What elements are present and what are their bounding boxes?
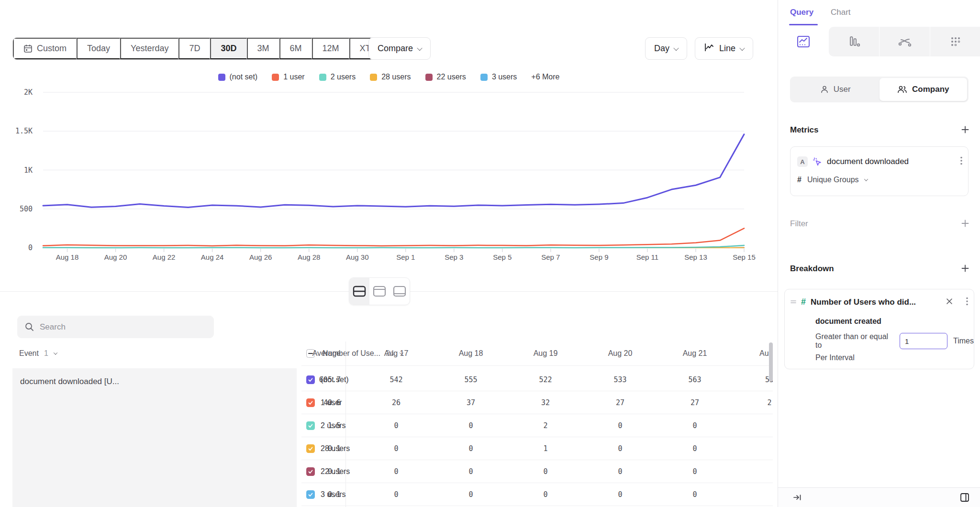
plus-icon — [961, 265, 969, 272]
date-range-custom[interactable]: Custom — [13, 38, 77, 59]
date-range-yesterday[interactable]: Yesterday — [120, 38, 178, 59]
date-column-header: Aug 19 — [508, 342, 583, 365]
table-rows: (not set)605.7542555522533563531 user40.… — [301, 368, 773, 506]
data-cell: 0 — [359, 437, 434, 460]
average-value: 0.1 — [301, 437, 341, 460]
scrollbar-thumb[interactable] — [769, 342, 773, 382]
x-axis-tick-label: Aug 20 — [104, 253, 127, 261]
layout-split-button[interactable] — [349, 278, 369, 305]
bottom-panel-icon — [393, 286, 406, 297]
compare-button[interactable]: Compare — [368, 37, 431, 60]
x-axis-tick-label: Aug 28 — [298, 253, 321, 261]
hash-icon: # — [797, 176, 802, 184]
x-axis-tick-label: Sep 13 — [684, 253, 707, 261]
toggle-user-label: User — [834, 85, 851, 94]
toggle-company[interactable]: Company — [880, 78, 968, 101]
average-value: 0.1 — [301, 483, 341, 506]
search-icon — [25, 322, 34, 331]
hash-icon: # — [801, 297, 806, 307]
add-metric-button[interactable] — [959, 123, 971, 136]
date-column-header: Aug 18 — [434, 342, 508, 365]
metric-card[interactable]: A document downloaded # Unique Groups — [790, 146, 969, 196]
average-column-header: Average — [312, 349, 341, 358]
date-range-12m[interactable]: 12M — [312, 38, 349, 59]
event-column-header[interactable]: Event 1 — [19, 342, 57, 365]
data-cell: 555 — [434, 368, 508, 391]
chart-type-dropdown[interactable]: Line — [695, 37, 753, 60]
data-cell: 2 — [732, 391, 773, 414]
drag-handle-icon[interactable] — [791, 300, 796, 305]
chart-type-flow-button[interactable] — [880, 27, 930, 56]
series-line — [43, 228, 744, 246]
date-range-3m[interactable]: 3M — [247, 38, 279, 59]
layout-bottom-button[interactable] — [390, 278, 410, 305]
event-list-panel[interactable]: document downloaded [U... — [12, 368, 297, 507]
toggle-user[interactable]: User — [791, 78, 880, 101]
filter-section-title: Filter — [790, 219, 808, 229]
date-range-6m[interactable]: 6M — [279, 38, 312, 59]
chart-type-line-button[interactable] — [778, 27, 828, 56]
chart-type-bar-button[interactable] — [829, 27, 879, 56]
date-range-30d[interactable]: 30D — [210, 38, 246, 59]
data-cell: 0 — [657, 460, 732, 483]
add-filter-button[interactable] — [959, 217, 971, 230]
tab-query[interactable]: Query — [790, 8, 813, 17]
interval-label: Day — [654, 44, 669, 54]
breakdown-options-icon[interactable] — [966, 297, 968, 308]
collapse-panel-icon[interactable] — [792, 493, 802, 504]
chart-toolbar: CustomTodayYesterday7D30D3M6M12MXTD Comp… — [0, 0, 778, 67]
metrics-section-title: Metrics — [790, 125, 819, 135]
aggregation-selector[interactable]: # Unique Groups — [797, 176, 868, 184]
panel-layout-icon[interactable] — [959, 492, 970, 505]
y-axis-tick-label: 1K — [24, 166, 33, 175]
table-scrollbar[interactable] — [769, 342, 773, 507]
breakdown-card[interactable]: # Number of Users who did... document cr… — [784, 289, 974, 369]
users-icon — [897, 85, 907, 94]
data-cell — [732, 414, 773, 437]
x-axis-tick-label: Sep 5 — [493, 253, 512, 261]
data-cell: 32 — [508, 391, 583, 414]
chevron-down-icon — [864, 177, 868, 181]
table-header-row: Event 1 Number of Use... 24 Average Aug … — [0, 342, 773, 365]
data-cell: 0 — [508, 483, 583, 506]
date-range-7d[interactable]: 7D — [178, 38, 210, 59]
breakdown-event-name[interactable]: document created — [815, 317, 881, 326]
line-chart-icon — [796, 35, 811, 48]
data-cell: 27 — [583, 391, 657, 414]
breakdown-property-name[interactable]: Number of Users who did... — [811, 298, 916, 307]
split-view-icon — [353, 286, 366, 297]
autocapture-sparkle-icon — [813, 157, 822, 168]
metric-options-icon[interactable] — [960, 156, 962, 167]
query-sidebar: Query Chart User — [778, 0, 980, 507]
layout-toggle-group — [349, 277, 410, 305]
user-flow-icon — [897, 35, 913, 48]
metric-letter-badge: A — [797, 156, 808, 167]
x-axis-tick-label: Sep 1 — [396, 253, 415, 261]
line-chart[interactable]: 05001K1.5K2KAug 18Aug 20Aug 22Aug 24Aug … — [0, 67, 778, 268]
tab-chart[interactable]: Chart — [831, 8, 851, 17]
date-range-label: 7D — [189, 44, 200, 54]
close-icon[interactable] — [946, 298, 953, 307]
chart-type-matrix-button[interactable] — [930, 27, 980, 56]
metric-event-name[interactable]: document downloaded — [827, 157, 909, 166]
data-cell: 542 — [359, 368, 434, 391]
add-breakdown-button[interactable] — [959, 262, 971, 275]
date-column-header: Aug 20 — [583, 342, 657, 365]
series-line — [43, 134, 744, 208]
data-cell: 0 — [583, 437, 657, 460]
layout-top-button[interactable] — [369, 278, 390, 305]
calendar-icon — [23, 44, 33, 53]
date-range-label: 6M — [290, 44, 302, 54]
data-cell: 533 — [583, 368, 657, 391]
search-input[interactable] — [40, 322, 206, 332]
date-column-header: Aug 2 — [732, 342, 773, 365]
data-cell: 0 — [508, 460, 583, 483]
condition-value-input[interactable] — [900, 333, 947, 349]
interval-dropdown[interactable]: Day — [645, 37, 687, 60]
date-range-label: 30D — [221, 44, 236, 54]
data-cell: 563 — [657, 368, 732, 391]
condition-label: Greater than or equal to — [815, 332, 894, 350]
event-row-label[interactable]: document downloaded [U... — [20, 377, 119, 386]
date-range-today[interactable]: Today — [77, 38, 120, 59]
compare-label: Compare — [378, 44, 413, 54]
